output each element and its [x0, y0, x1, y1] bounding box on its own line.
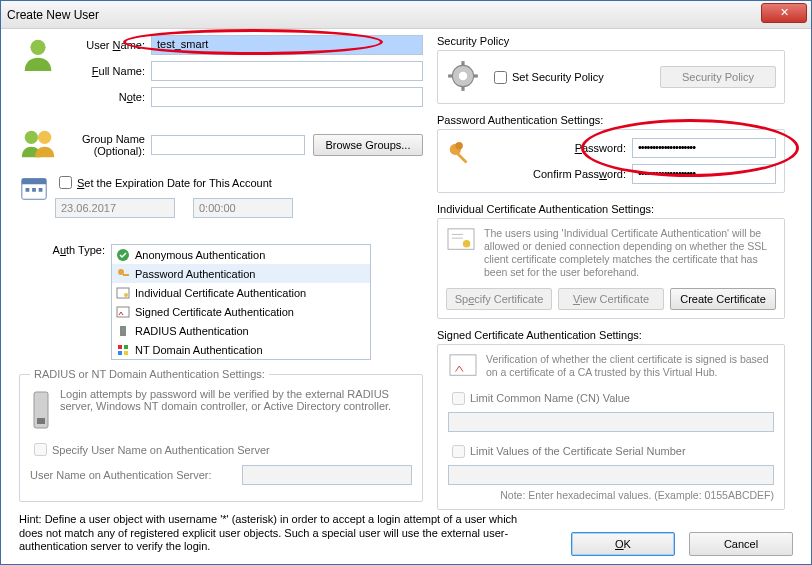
group-label: Group Name (Optional): [63, 133, 151, 157]
limit-serial-checkbox: Limit Values of the Certificate Serial N… [448, 442, 774, 461]
check-circle-icon [116, 248, 130, 262]
password-label: Password: [482, 142, 632, 154]
svg-rect-17 [124, 345, 128, 349]
signed-cert-icon [116, 305, 130, 319]
right-column: Security Policy Set Security Policy Secu… [437, 35, 785, 510]
svg-point-1 [25, 131, 38, 144]
ok-button[interactable]: OK [571, 532, 675, 556]
user-icon [19, 35, 57, 113]
hint-text: Hint: Define a user object with username… [19, 513, 539, 554]
svg-rect-7 [39, 188, 43, 192]
svg-point-30 [455, 142, 463, 150]
content: User Name: test_smart Full Name: Note: [1, 29, 811, 564]
limit-serial-input [448, 465, 774, 485]
fullname-label: Full Name: [63, 65, 151, 77]
group-input[interactable] [151, 135, 305, 155]
auth-item-radius[interactable]: RADIUS Authentication [112, 321, 370, 340]
server-icon [116, 324, 130, 338]
expiration-checkbox-box[interactable] [59, 176, 72, 189]
close-icon: ✕ [780, 6, 789, 18]
server-username-input [242, 465, 412, 485]
svg-rect-18 [118, 351, 122, 355]
radius-legend: RADIUS or NT Domain Authentication Setti… [30, 368, 269, 380]
key-icon [116, 267, 130, 281]
keys-icon [446, 138, 476, 184]
windows-icon [116, 343, 130, 357]
confirm-password-label: Confirm Password: [482, 168, 632, 180]
svg-rect-10 [123, 274, 129, 276]
password-input[interactable]: •••••••••••••••••••• [632, 138, 776, 158]
users-icon [19, 125, 57, 165]
fullname-input[interactable] [151, 61, 423, 81]
svg-rect-13 [117, 307, 129, 317]
limit-cn-input [448, 412, 774, 432]
dialog-window: Create New User ✕ User Name: [0, 0, 812, 565]
svg-rect-21 [37, 418, 45, 424]
username-input[interactable]: test_smart [151, 35, 423, 55]
pwd-heading: Password Authentication Settings: [437, 114, 785, 126]
signed-cert-doc-icon [448, 353, 478, 381]
security-policy-heading: Security Policy [437, 35, 785, 47]
svg-rect-4 [22, 179, 46, 185]
svg-point-15 [122, 328, 124, 330]
auth-item-signed-cert[interactable]: Signed Certificate Authentication [112, 302, 370, 321]
svg-rect-5 [26, 188, 30, 192]
window-title: Create New User [7, 8, 99, 22]
certificate-icon [116, 286, 130, 300]
left-column: User Name: test_smart Full Name: Note: [19, 35, 423, 510]
signedcert-desc: Verification of whether the client certi… [486, 353, 774, 381]
signedcert-heading: Signed Certificate Authentication Settin… [437, 329, 785, 341]
auth-type-label: Auth Type: [19, 244, 111, 256]
svg-rect-29 [456, 152, 467, 163]
server-tower-icon [30, 388, 52, 434]
gear-icon [446, 59, 480, 95]
cancel-button[interactable]: Cancel [689, 532, 793, 556]
browse-groups-button[interactable]: Browse Groups... [313, 134, 423, 156]
svg-point-32 [463, 240, 470, 247]
note-input[interactable] [151, 87, 423, 107]
indcert-desc: The users using 'Individual Certificate … [484, 227, 776, 280]
specify-username-checkbox: Specify User Name on Authentication Serv… [30, 440, 412, 459]
note-label: Note: [63, 91, 151, 103]
view-certificate-button: View Certificate [558, 288, 664, 310]
svg-point-0 [30, 40, 45, 55]
svg-rect-14 [120, 326, 126, 336]
specify-certificate-button: Specify Certificate [446, 288, 552, 310]
svg-point-2 [38, 131, 51, 144]
radius-settings-group: RADIUS or NT Domain Authentication Setti… [19, 368, 423, 502]
titlebar: Create New User ✕ [1, 1, 811, 29]
svg-rect-35 [450, 354, 476, 374]
svg-point-12 [124, 293, 128, 297]
cert-doc-icon [446, 227, 476, 280]
auth-item-ntdomain[interactable]: NT Domain Authentication [112, 340, 370, 359]
auth-item-individual-cert[interactable]: Individual Certificate Authentication [112, 283, 370, 302]
radius-desc: Login attempts by password will be verif… [60, 388, 412, 434]
expiration-time-input [193, 198, 293, 218]
username-label: User Name: [63, 39, 151, 51]
server-username-label: User Name on Authentication Server: [30, 469, 242, 481]
indcert-heading: Individual Certificate Authentication Se… [437, 203, 785, 215]
svg-rect-19 [124, 351, 128, 355]
svg-rect-31 [448, 229, 474, 249]
calendar-icon [19, 173, 49, 205]
set-security-policy-checkbox[interactable]: Set Security Policy [490, 68, 604, 87]
auth-type-list[interactable]: Anonymous Authentication Password Authen… [111, 244, 371, 360]
svg-point-23 [459, 72, 468, 81]
auth-item-password[interactable]: Password Authentication [112, 264, 370, 283]
limit-cn-checkbox: Limit Common Name (CN) Value [448, 389, 774, 408]
close-button[interactable]: ✕ [761, 3, 807, 23]
svg-rect-6 [32, 188, 36, 192]
create-certificate-button[interactable]: Create Certificate [670, 288, 776, 310]
svg-rect-16 [118, 345, 122, 349]
hex-note: Note: Enter hexadecimal values. (Example… [448, 489, 774, 501]
security-policy-button: Security Policy [660, 66, 776, 88]
expiration-checkbox[interactable]: Set the Expiration Date for This Account [55, 173, 423, 192]
expiration-date-input [55, 198, 175, 218]
confirm-password-input[interactable]: •••••••••••••••••••• [632, 164, 776, 184]
auth-item-anonymous[interactable]: Anonymous Authentication [112, 245, 370, 264]
